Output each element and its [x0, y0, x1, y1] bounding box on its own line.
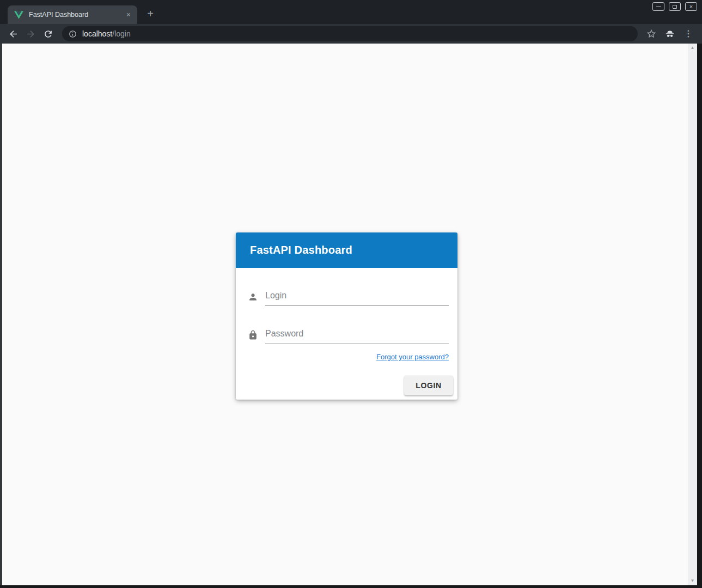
password-input[interactable] — [265, 326, 449, 344]
vue-logo-icon — [14, 11, 23, 19]
login-card-title: FastAPI Dashboard — [250, 244, 352, 256]
login-field-row — [248, 287, 449, 306]
toolbar-right: ⋮ — [644, 27, 697, 41]
login-input[interactable] — [265, 287, 449, 305]
back-button[interactable] — [5, 26, 21, 41]
url-host: localhost — [82, 29, 112, 38]
browser-toolbar: localhost/login ⋮ — [0, 24, 702, 44]
close-button[interactable]: × — [685, 2, 697, 11]
incognito-indicator — [663, 27, 677, 41]
forward-button[interactable] — [23, 26, 38, 41]
login-card-body: Forgot your password? LOGIN — [236, 268, 457, 400]
url-path: /login — [112, 29, 130, 38]
login-input-underline — [265, 287, 449, 306]
page-info-icon[interactable] — [69, 30, 77, 38]
star-icon — [646, 28, 657, 39]
login-card: FastAPI Dashboard — [236, 232, 457, 400]
tab-close-icon[interactable]: × — [124, 10, 133, 20]
scroll-down-icon[interactable]: ▼ — [691, 579, 695, 583]
url-text: localhost/login — [82, 29, 131, 38]
bookmark-button[interactable] — [644, 27, 658, 41]
page-scrollbar[interactable]: ▲ ▼ — [688, 44, 697, 585]
scroll-up-icon[interactable]: ▲ — [691, 46, 695, 50]
maximize-button[interactable] — [669, 2, 681, 11]
window-controls: × — [652, 2, 697, 11]
browser-menu-button[interactable]: ⋮ — [681, 27, 695, 41]
forward-arrow-icon — [26, 29, 36, 39]
login-card-header: FastAPI Dashboard — [236, 232, 457, 268]
reload-button[interactable] — [40, 26, 56, 41]
address-bar[interactable]: localhost/login — [62, 26, 638, 41]
incognito-icon — [664, 28, 675, 39]
password-field-row — [248, 326, 449, 344]
page-content: FastAPI Dashboard — [2, 44, 697, 585]
minimize-icon — [656, 7, 661, 7]
forgot-password-row: Forgot your password? — [248, 352, 449, 362]
forgot-password-link[interactable]: Forgot your password? — [376, 353, 449, 361]
lock-icon — [248, 330, 258, 340]
tab-bar: FastAPI Dashboard × + × — [0, 0, 702, 24]
login-button[interactable]: LOGIN — [404, 376, 453, 395]
back-arrow-icon — [8, 29, 19, 39]
minimize-button[interactable] — [652, 2, 664, 11]
login-button-row: LOGIN — [248, 376, 453, 395]
password-input-underline — [265, 326, 449, 344]
tab-title: FastAPI Dashboard — [29, 11, 124, 19]
reload-icon — [43, 29, 53, 39]
person-icon — [248, 292, 258, 302]
browser-tab[interactable]: FastAPI Dashboard × — [8, 5, 137, 24]
new-tab-button[interactable]: + — [144, 8, 157, 21]
maximize-icon — [673, 5, 677, 9]
